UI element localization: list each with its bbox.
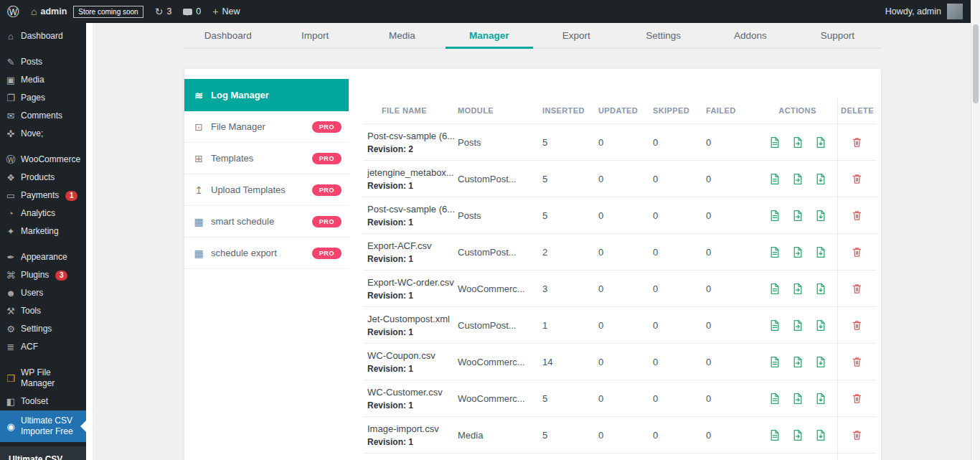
delete-icon[interactable] bbox=[851, 428, 864, 441]
delete-icon[interactable] bbox=[851, 319, 864, 332]
file-download-icon[interactable] bbox=[814, 392, 827, 405]
file-export-icon[interactable] bbox=[791, 319, 804, 332]
admin-sidebar: ⌂Dashboard✎Posts▣Media❐Pages✉Comments✜No… bbox=[0, 23, 86, 460]
sidebar-item-dashboard[interactable]: ⌂Dashboard bbox=[0, 27, 86, 45]
delete-icon[interactable] bbox=[851, 209, 864, 222]
file-export-icon[interactable] bbox=[791, 428, 804, 441]
sidebar-item-analytics[interactable]: ◔Analytics bbox=[0, 205, 86, 222]
panel-item-schedule-export[interactable]: ▦schedule exportPRO bbox=[184, 238, 349, 269]
tab-media[interactable]: Media bbox=[359, 23, 446, 47]
sidebar-item-payments[interactable]: ▭Payments1 bbox=[0, 187, 86, 205]
file-download-icon[interactable] bbox=[814, 209, 827, 222]
file-download-icon[interactable] bbox=[814, 428, 827, 441]
upload-icon: ↥ bbox=[193, 184, 204, 196]
actions-cell bbox=[758, 454, 838, 460]
file-export-icon[interactable] bbox=[791, 172, 804, 185]
updates-menu[interactable]: ↻ 3 bbox=[155, 6, 172, 17]
file-log-icon[interactable] bbox=[768, 355, 781, 368]
tab-import[interactable]: Import bbox=[271, 23, 358, 47]
tab-support[interactable]: Support bbox=[794, 23, 881, 47]
sidebar-item-settings[interactable]: ⚙Settings bbox=[0, 320, 86, 338]
file-export-icon[interactable] bbox=[791, 245, 804, 258]
delete-icon[interactable] bbox=[851, 392, 864, 405]
file-export-icon[interactable] bbox=[791, 355, 804, 368]
delete-icon[interactable] bbox=[851, 355, 864, 368]
table-row: Export-WC-order.csv Revision: 1 WooComme… bbox=[363, 271, 877, 307]
sidebar-item-users[interactable]: ☻Users bbox=[0, 284, 86, 302]
site-menu[interactable]: ⌂ admin Store coming soon bbox=[31, 6, 143, 18]
tab-manager[interactable]: Manager bbox=[446, 23, 532, 47]
howdy-menu[interactable]: Howdy, admin bbox=[885, 6, 941, 17]
new-label: New bbox=[222, 6, 240, 17]
panel-item-templates[interactable]: ⊞TemplatesPRO bbox=[184, 143, 349, 174]
tab-export[interactable]: Export bbox=[533, 23, 620, 47]
tab-settings[interactable]: Settings bbox=[620, 23, 707, 47]
panel-item-log-manager[interactable]: ≋Log Manager bbox=[184, 79, 349, 111]
sidebar-item-acf[interactable]: ≣ACF bbox=[0, 338, 86, 356]
delete-icon[interactable] bbox=[851, 282, 864, 295]
sidebar-item-appearance[interactable]: ✒Appearance bbox=[0, 248, 86, 266]
table-row: jetengine_metabox... Revision: 1 CustomP… bbox=[363, 161, 877, 197]
scrollbar-thumb[interactable] bbox=[973, 24, 979, 103]
delete-icon[interactable] bbox=[851, 172, 864, 185]
tools-icon: ⚒ bbox=[6, 306, 16, 316]
submenu-item-ultimate-csv-importer-free[interactable]: Ultimate CSV Importer Free bbox=[9, 454, 77, 460]
sidebar-item-woocommerce[interactable]: ⓌWooCommerce bbox=[0, 151, 86, 169]
panel-item-smart-schedule[interactable]: ▦smart schedulePRO bbox=[184, 206, 349, 238]
sidebar-item-comments[interactable]: ✉Comments bbox=[0, 107, 86, 125]
file-download-icon[interactable] bbox=[814, 136, 827, 149]
panel-item-upload-templates[interactable]: ↥Upload TemplatesPRO bbox=[184, 174, 349, 206]
sidebar-item-pages[interactable]: ❐Pages bbox=[0, 89, 86, 107]
panel-item-file-manager[interactable]: ⊡File ManagerPRO bbox=[184, 111, 349, 143]
pro-badge: PRO bbox=[312, 153, 341, 164]
file-log-icon[interactable] bbox=[768, 209, 781, 222]
sidebar-item-label: Users bbox=[21, 288, 43, 299]
wordpress-logo-icon[interactable]: Ⓦ bbox=[7, 4, 19, 20]
updated-count: 0 bbox=[598, 210, 653, 221]
file-download-icon[interactable] bbox=[814, 319, 827, 332]
sidebar-item-ultimate-csv-importer-free[interactable]: ◉Ultimate CSV Importer Free bbox=[0, 410, 86, 442]
sidebar-item-media[interactable]: ▣Media bbox=[0, 71, 86, 89]
file-download-icon[interactable] bbox=[814, 355, 827, 368]
tab-addons[interactable]: Addons bbox=[707, 23, 793, 47]
file-export-icon[interactable] bbox=[791, 209, 804, 222]
file-log-icon[interactable] bbox=[768, 392, 781, 405]
tab-dashboard[interactable]: Dashboard bbox=[184, 23, 271, 47]
sidebar-item-products[interactable]: ❖Products bbox=[0, 169, 86, 187]
file-download-icon[interactable] bbox=[814, 172, 827, 185]
sidebar-item-label: Products bbox=[21, 172, 55, 183]
sidebar-item-toolset[interactable]: ◧Toolset bbox=[0, 393, 86, 410]
file-log-icon[interactable] bbox=[768, 245, 781, 258]
file-log-icon[interactable] bbox=[768, 428, 781, 441]
file-log-icon[interactable] bbox=[768, 319, 781, 332]
file-download-icon[interactable] bbox=[814, 245, 827, 258]
new-menu[interactable]: + New bbox=[212, 6, 240, 17]
sidebar-item-tools[interactable]: ⚒Tools bbox=[0, 302, 86, 320]
sidebar-item-label: Nove; bbox=[21, 128, 43, 139]
file-export-icon[interactable] bbox=[791, 392, 804, 405]
file-revision: Revision: 1 bbox=[367, 327, 413, 337]
sidebar-item-wp-file-manager[interactable]: ❒WP File Manager bbox=[0, 364, 86, 393]
payments-icon: ▭ bbox=[6, 190, 16, 201]
file-log-icon[interactable] bbox=[768, 172, 781, 185]
file-log-icon[interactable] bbox=[768, 136, 781, 149]
pro-badge: PRO bbox=[312, 121, 341, 133]
file-export-icon[interactable] bbox=[791, 136, 804, 149]
avatar[interactable] bbox=[947, 4, 963, 19]
file-download-icon[interactable] bbox=[814, 282, 827, 295]
comments-count: 0 bbox=[196, 6, 201, 17]
delete-cell bbox=[838, 209, 877, 222]
file-revision: Revision: 1 bbox=[367, 364, 413, 374]
comments-menu[interactable]: 0 bbox=[183, 6, 201, 17]
sidebar-item-marketing[interactable]: ✦Marketing bbox=[0, 222, 86, 240]
sidebar-item-posts[interactable]: ✎Posts bbox=[0, 53, 86, 71]
file-log-icon[interactable] bbox=[768, 282, 781, 295]
page-scrollbar[interactable] bbox=[971, 0, 980, 460]
file-export-icon[interactable] bbox=[791, 282, 804, 295]
sidebar-item-plugins[interactable]: ⌘Plugins3 bbox=[0, 266, 86, 284]
panel-item-label: Templates bbox=[211, 153, 253, 164]
delete-icon[interactable] bbox=[851, 245, 864, 258]
toolset-icon: ◧ bbox=[6, 396, 16, 407]
sidebar-item-nove[interactable]: ✜Nove; bbox=[0, 125, 86, 143]
delete-icon[interactable] bbox=[851, 136, 864, 149]
